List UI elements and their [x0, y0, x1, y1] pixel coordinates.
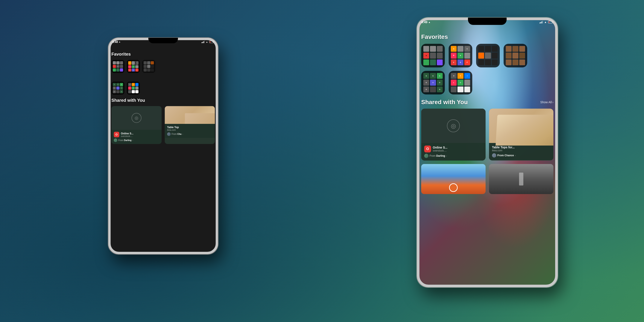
dot: [506, 46, 512, 52]
back-shared-card-2[interactable]: Table Top ikea.com From Cha ›: [165, 106, 215, 144]
dot: [116, 68, 120, 72]
back-card2-subtitle: ikea.com: [167, 129, 212, 131]
back-shared-card-1[interactable]: ◎ O Online S... overstock....: [112, 106, 162, 144]
front-folder-4[interactable]: [504, 44, 527, 68]
back-folder-3[interactable]: [142, 60, 155, 73]
front-folders-row1: ⊘ A C ✳ A E: [421, 44, 554, 68]
dot: ✳: [451, 52, 456, 58]
dot: [423, 46, 429, 52]
back-battery-body: [209, 40, 214, 43]
dot: G: [423, 86, 429, 92]
front-card2-from-name: From Chance: [498, 154, 514, 157]
dot: [437, 46, 443, 52]
back-folder-4[interactable]: G G G G U G G G: [112, 82, 124, 95]
dot: [144, 61, 147, 64]
front-card1-chevron: ›: [446, 155, 447, 157]
dot: ✳: [451, 73, 456, 79]
dot: [478, 46, 484, 52]
front-folder-6[interactable]: ✳ F I L U: [449, 71, 472, 94]
dot: [458, 86, 463, 92]
table-visual: [185, 113, 215, 124]
front-card2-text: Table Tops for... ikea.com: [492, 146, 550, 152]
back-card1-info: O Online S... overstock.... From Darling…: [112, 130, 162, 144]
front-battery-fill: [549, 22, 550, 23]
back-card1-avatar: [114, 138, 118, 142]
front-battery: [548, 21, 554, 24]
back-card1-from[interactable]: From Darling ›: [114, 138, 159, 142]
dot: G: [437, 73, 443, 79]
back-card2-from-name: Cha: [177, 133, 182, 135]
back-battery-fill: [210, 41, 210, 42]
dot: G: [120, 83, 123, 86]
dot: [506, 52, 512, 58]
dot: A: [132, 65, 135, 68]
dot: [519, 52, 525, 58]
phone-back-time: 4:48: [112, 40, 118, 44]
front-battery-body: [548, 21, 553, 24]
dot: G: [113, 90, 116, 94]
show-all-button[interactable]: Show All ›: [540, 100, 554, 104]
dot: [485, 60, 491, 65]
front-folder-2[interactable]: A C ✳ A E B P: [449, 44, 472, 68]
dot: [512, 60, 518, 65]
front-card4-image: [489, 164, 554, 194]
back-card2-text: Table Top ikea.com: [167, 126, 212, 131]
back-card1-from-name: Darling: [124, 139, 132, 142]
dot: I: [464, 73, 470, 79]
dot: [458, 46, 463, 52]
dot: [132, 90, 135, 94]
front-shared-card-4[interactable]: [489, 164, 554, 194]
front-card1-title: Online S...: [433, 146, 482, 149]
dot: E: [451, 60, 456, 65]
dot: [464, 86, 470, 92]
dot: [430, 60, 436, 65]
dot: [120, 68, 123, 72]
front-shared-card-3[interactable]: [421, 164, 486, 194]
signal-bar-1: [540, 22, 540, 24]
back-folder-2[interactable]: A C ✳ A E B P: [127, 60, 140, 73]
dot: A: [458, 52, 463, 58]
dot: [478, 60, 484, 65]
front-card1-from[interactable]: From Darling ›: [424, 154, 482, 158]
kite-visual: [449, 183, 458, 192]
front-card1-info: O Online S... overstock.... From Darling…: [421, 143, 486, 160]
signal-bar-2: [202, 42, 203, 43]
phone-back: 4:48 ▲ ▲: [108, 37, 218, 254]
dot: [113, 61, 116, 64]
front-shared-card-1[interactable]: ◎ O Online S... overstock....: [421, 108, 486, 160]
dot: P: [135, 68, 138, 72]
front-card2-from[interactable]: From Chance ›: [492, 153, 550, 158]
signal-bar-3: [542, 22, 542, 24]
back-battery: [209, 40, 214, 43]
dot: [423, 60, 429, 65]
front-shared-cards-row2: [421, 164, 554, 194]
back-card1-text: Online S... overstock....: [121, 132, 159, 137]
back-wifi-icon: ▲: [206, 40, 208, 43]
back-shared-cards-row: ◎ O Online S... overstock....: [112, 106, 215, 144]
dot: G: [120, 90, 123, 94]
signal-bar-2: [540, 22, 541, 24]
front-card2-title-row: Table Tops for... ikea.com: [492, 146, 550, 152]
front-location-icon: ▲: [428, 21, 430, 24]
dot: [512, 52, 518, 58]
front-shared-card-2[interactable]: Table Tops for... ikea.com From Chance ›: [489, 108, 554, 160]
dot: [135, 90, 138, 94]
dot: [113, 65, 116, 68]
dot: [512, 46, 518, 52]
dot: G: [437, 80, 443, 86]
fashion-visual: [519, 172, 523, 186]
dot: G: [113, 83, 116, 86]
front-folder-1[interactable]: ⊘: [421, 44, 445, 68]
back-folder-5[interactable]: ✳ F I L U: [127, 82, 140, 95]
dot: G: [430, 73, 436, 79]
back-card1-image: ◎: [112, 106, 162, 130]
front-card3-image: [421, 164, 486, 194]
front-card1-subtitle: overstock....: [433, 149, 482, 152]
front-folder-3[interactable]: [476, 44, 500, 68]
front-folder-5[interactable]: G G G G U G G G: [421, 71, 445, 94]
back-card2-from[interactable]: From Cha ›: [167, 132, 212, 136]
show-all-label: Show All: [540, 100, 552, 104]
back-folder-1[interactable]: ⊘: [112, 60, 124, 73]
dot: ⊘: [423, 52, 429, 58]
front-card1-from-text: From Darling: [430, 154, 445, 157]
